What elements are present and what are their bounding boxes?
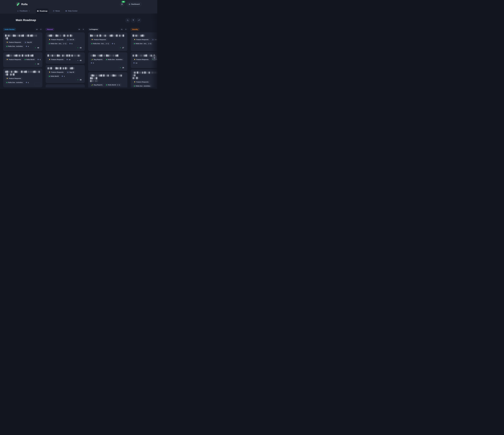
- comment-icon: [37, 59, 39, 61]
- chevron-up-icon: [120, 67, 121, 69]
- bell-icon: [121, 3, 123, 5]
- tab-feedback[interactable]: Feedback: [17, 9, 30, 13]
- tab-help-center[interactable]: Help Center: [65, 9, 78, 13]
- column-status-pill[interactable]: Under Review: [3, 28, 16, 31]
- column-header: Planned36: [46, 28, 85, 31]
- tag-label: Rolla One - Activities: [108, 59, 122, 60]
- green-dot-icon: [7, 46, 7, 47]
- comment-count-value: 4: [28, 45, 29, 47]
- roadmap-board: Under Review16█▒▓▒ ▒█▓░▒▓ ▓█ ░▒█ ▓█▒░▒ ▒…: [0, 27, 157, 87]
- category-tag[interactable]: Feature Requests: [5, 77, 22, 80]
- roadmap-card[interactable]: █▒▓▒ ▒█▓░▒▓ ▓█ ░▒█ ▓█▒░▒ ▒█Feature Reque…: [3, 32, 42, 51]
- category-tag[interactable]: Feature Requests: [5, 58, 22, 61]
- upvote-button[interactable]: 26: [118, 66, 126, 70]
- eta-date-tag[interactable]: Sep 30: [23, 41, 33, 44]
- card-tag-row: Feature RequestsSep 30: [5, 41, 40, 44]
- roadmap-card[interactable]: █▓░▒ ▓░█▒ ▒▓░ ░▓█▒ ▒█░▓ ▒█Feature Reques…: [88, 32, 127, 51]
- column-status-pill[interactable]: In Progress: [88, 28, 99, 31]
- roadmap-card[interactable]: █░▒▓ ▒░█▓░ ▓▒░█ █▒▓░▒ ▒▓░Feature Request…: [46, 52, 85, 64]
- board-tag[interactable]: Rolla One - Activities: [105, 58, 124, 61]
- comment-count: 3: [37, 59, 41, 61]
- category-tag[interactable]: Feature Requests: [133, 80, 150, 83]
- card-tag-row: Bug ReportsRolla One - Activities: [90, 58, 126, 61]
- dashboard-button-label: Dashboard: [131, 3, 140, 5]
- roadmap-card[interactable]: ░▓▒█ ▒░▓ █▒░▓ ░▒ ▒░▓█▒░█ ▒▓ ▓▒ █░Feature…: [131, 69, 157, 87]
- board-tag[interactable]: Rolla One - Act...(+ 1): [48, 42, 68, 45]
- roadmap-card[interactable]: █▒▓▒ ░▓█▒Feature RequestsJunRolla One - …: [131, 32, 157, 51]
- filter-button[interactable]: [131, 18, 135, 22]
- category-tag[interactable]: Bug Reports: [90, 83, 104, 86]
- category-tag[interactable]: Feature Requests: [48, 38, 65, 41]
- board-tag[interactable]: Rolla World(+ 1): [105, 83, 121, 86]
- upvote-button[interactable]: 27: [118, 46, 126, 50]
- board-tag[interactable]: Rolla One - Activities: [133, 85, 152, 87]
- brand-logo[interactable]: [16, 2, 20, 7]
- tag-label: Feature Requests: [9, 59, 21, 60]
- add-post-button[interactable]: [39, 28, 42, 31]
- roadmap-card[interactable]: ▓▒█░ ░█▓▒█░▓ █▒ ░▓█▒Feature RequestsSep …: [46, 65, 85, 83]
- card-title-redacted: █▒▓▒ ░▓█▒: [133, 34, 157, 37]
- comment-icon: [62, 75, 63, 77]
- upvote-button[interactable]: 36: [76, 78, 83, 82]
- roadmap-card[interactable]: ▓█▒░▓ ▒█▓░ ░█▒▓█ ▒░▒ ▓█▒░▓ ▒█░ ▓▒█Featur…: [3, 69, 42, 87]
- plus-icon: [82, 29, 84, 30]
- roadmap-card[interactable]: ▒▓█▒░ █▓░▒ ░█▒ ▓░█▒Feature RequestsJun 2…: [46, 32, 85, 51]
- column-status-pill[interactable]: Planned: [46, 28, 54, 31]
- category-tag[interactable]: Feature Requests: [48, 58, 65, 61]
- board-tag[interactable]: Rolla World: [48, 75, 60, 78]
- board-tag[interactable]: Rolla One - Activities: [5, 81, 24, 84]
- roadmap-card[interactable]: ░▓█▒▒ ▒▓█▒▓░█ ▒▓ █▒▓█Feature RequestsRol…: [3, 52, 42, 67]
- tag-label: Rolla One - Act...: [136, 43, 147, 44]
- tag-label: Jun: [154, 39, 157, 40]
- upvote-button[interactable]: 43: [76, 46, 83, 50]
- comment-count: 5: [91, 62, 94, 64]
- vote-count: 40: [80, 60, 81, 61]
- category-tag[interactable]: Feature Requests: [133, 38, 150, 41]
- category-tag[interactable]: Feature Requests: [133, 58, 150, 61]
- notification-count-badge: 55: [122, 1, 125, 3]
- comment-icon: [112, 43, 113, 44]
- tag-label: Feature Requests: [9, 42, 21, 43]
- roadmap-card[interactable]: ▒█▓░▒ ▒▓█ █░▒▓ ░▒█▓▒ ░▒▓ █▓░▒█ ▓▒░ ▒░Bug…: [88, 72, 127, 87]
- add-post-button[interactable]: [82, 28, 85, 31]
- eta-date-tag[interactable]: Sep 30: [66, 71, 75, 74]
- card-tag-row: Rolla World1: [48, 75, 83, 78]
- eta-date-tag[interactable]: Jun 25: [66, 38, 75, 41]
- board-tag[interactable]: Rolla One - Act...(+ 1): [90, 42, 110, 45]
- upvote-button[interactable]: 34: [33, 62, 41, 66]
- card-title-redacted: █░▒▓ ▒░█▓░ ▓▒░█ █▒▓░▒ ▒▓░: [48, 54, 83, 57]
- comment-icon: [26, 82, 27, 83]
- roadmap-card[interactable]: ░▒█▓ ░▒▓█░▒ █▓▒░ ▒░▓█Bug ReportsRolla On…: [88, 52, 127, 71]
- plus-icon: [125, 29, 126, 30]
- tag-label: Rolla One - Act...: [51, 43, 62, 44]
- category-tag[interactable]: Feature Requests: [90, 38, 107, 41]
- column-status-pill[interactable]: Standby: [131, 28, 139, 31]
- tag-label: Feature Requests: [136, 59, 149, 60]
- trending-up-button[interactable]: [137, 18, 141, 22]
- dashboard-button[interactable]: Dashboard: [127, 2, 142, 7]
- tag-label: Feature Requests: [51, 39, 63, 40]
- board-tag[interactable]: Rolla World: [23, 58, 36, 61]
- eta-date-tag[interactable]: Jun: [151, 38, 157, 41]
- add-post-button[interactable]: [124, 28, 127, 31]
- chevron-up-icon: [120, 47, 121, 49]
- green-dot-icon: [134, 86, 135, 87]
- category-tag[interactable]: Bug Reports: [90, 58, 104, 61]
- scroll-right-button[interactable]: [152, 55, 157, 61]
- upvote-button[interactable]: [34, 82, 41, 86]
- card-tag-row: Feature Requests: [133, 80, 157, 83]
- upvote-button[interactable]: 40: [76, 59, 83, 62]
- search-button[interactable]: [126, 18, 130, 22]
- roadmap-card[interactable]: [46, 84, 85, 87]
- board-tag[interactable]: Rolla One - Act...(+ 2): [133, 42, 153, 45]
- tab-roadmap[interactable]: Roadmap: [36, 9, 49, 14]
- board-tag[interactable]: Rolla One - Activities: [5, 45, 24, 48]
- green-dot-icon: [49, 43, 50, 44]
- card-title-redacted: ▓█▒░▓ ▒█▓░ ░█▒▓█ ▒░▒ ▓█▒░▓ ▒█░ ▓▒█: [5, 70, 40, 76]
- bulb-icon: [7, 59, 8, 60]
- category-tag[interactable]: Feature Requests: [5, 41, 22, 44]
- tab-news[interactable]: News: [53, 9, 60, 13]
- category-tag[interactable]: Feature Requests: [48, 71, 65, 74]
- comment-count: 2: [26, 82, 29, 83]
- upvote-button[interactable]: 40: [33, 46, 41, 50]
